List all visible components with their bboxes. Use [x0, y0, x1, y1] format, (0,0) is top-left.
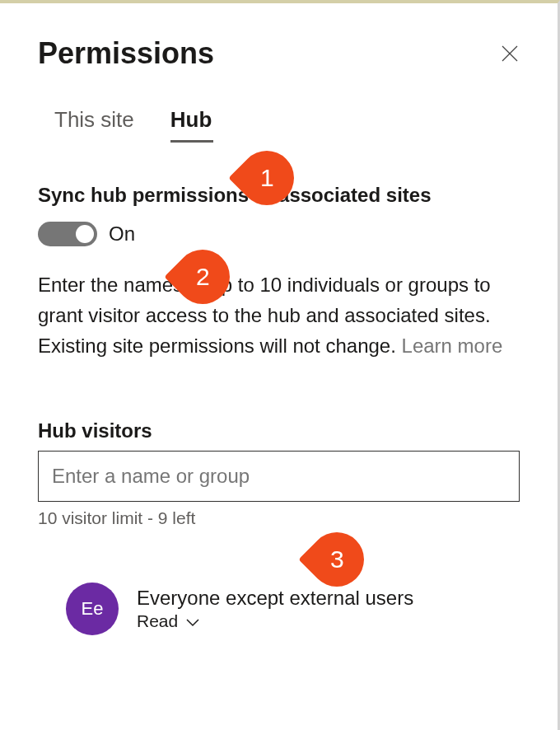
hub-visitors-label: Hub visitors — [38, 419, 520, 442]
tabs: This site Hub — [38, 107, 520, 141]
hub-visitors-input[interactable] — [38, 451, 520, 502]
visitor-role-dropdown[interactable]: Read — [137, 611, 413, 631]
sync-toggle-row: On — [38, 222, 520, 246]
avatar: Ee — [66, 583, 119, 635]
visitor-info: Everyone except external users Read — [137, 587, 413, 631]
sync-description: Enter the names of up to 10 individuals … — [38, 269, 520, 362]
toggle-state-label: On — [109, 222, 135, 246]
chevron-down-icon — [186, 611, 199, 631]
toggle-knob — [76, 225, 94, 243]
sync-toggle[interactable] — [38, 222, 97, 246]
panel-header: Permissions — [38, 36, 520, 71]
visitor-limit-text: 10 visitor limit - 9 left — [38, 508, 520, 528]
tab-this-site[interactable]: This site — [54, 107, 134, 141]
permissions-panel: Permissions This site Hub Sync hub permi… — [0, 3, 558, 635]
close-icon — [500, 44, 520, 63]
tab-hub[interactable]: Hub — [170, 107, 212, 141]
learn-more-link[interactable]: Learn more — [402, 335, 503, 357]
close-button[interactable] — [500, 44, 520, 63]
visitor-name: Everyone except external users — [137, 587, 413, 610]
visitor-role-label: Read — [137, 611, 178, 631]
panel-title: Permissions — [38, 36, 214, 71]
visitor-list-item: Ee Everyone except external users Read — [66, 583, 520, 635]
